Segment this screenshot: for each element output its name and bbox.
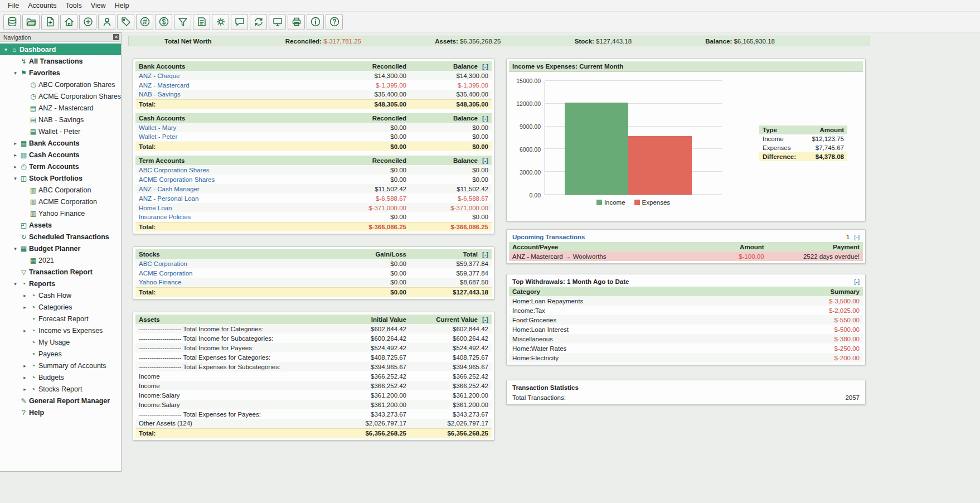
table-row[interactable]: ANZ - Cheque $14,300.00 $14,300.00: [135, 71, 492, 80]
monitor-button[interactable]: [269, 14, 286, 30]
expander-right-icon[interactable]: ▸: [12, 141, 19, 146]
table-row[interactable]: NAB - Savings $35,400.00 $35,400.00: [135, 90, 492, 99]
table-row[interactable]: ABC Corporation Shares $0.00 $0.00: [135, 165, 492, 175]
close-icon[interactable]: ✕: [113, 34, 119, 40]
withdrawal-row[interactable]: Miscellaneous $-380.00: [509, 334, 863, 344]
account-link[interactable]: ANZ - Mastercard: [135, 80, 331, 90]
withdrawal-row[interactable]: Home:Loan Repayments $-3,500.00: [509, 296, 863, 306]
open-button[interactable]: [22, 14, 40, 30]
collapse-link[interactable]: [-]: [482, 316, 488, 323]
help-button[interactable]: [326, 14, 343, 30]
sidebar-item-stocks-report[interactable]: ▸◔Stocks Report: [0, 383, 121, 395]
menu-item[interactable]: File: [3, 1, 23, 11]
sidebar-item-dashboard[interactable]: ▾⌂Dashboard: [0, 43, 121, 55]
filter-button[interactable]: [174, 14, 191, 30]
new-account-button[interactable]: [79, 14, 96, 30]
withdrawal-row[interactable]: Home:Electricity $-200.00: [509, 353, 863, 362]
overdue-transaction-row[interactable]: ANZ - Mastercard → Woolworths $-100.00 2…: [509, 252, 863, 261]
sidebar-item-help[interactable]: ?Help: [0, 407, 121, 418]
stock-link[interactable]: Yahoo Finance: [135, 278, 331, 287]
database-button[interactable]: [3, 14, 21, 30]
collapse-link[interactable]: [-]: [482, 157, 488, 164]
table-row[interactable]: ABC Corporation $0.00 $59,377.84: [135, 259, 492, 268]
account-link[interactable]: Home Loan: [135, 203, 331, 212]
sidebar-item-cash-accounts[interactable]: ▸▥Cash Accounts: [0, 149, 121, 161]
upcoming-title-link[interactable]: Upcoming Transactions: [512, 234, 585, 240]
ledger-button[interactable]: [193, 14, 210, 30]
table-row[interactable]: Wallet - Peter $0.00 $0.00: [135, 132, 492, 142]
table-row[interactable]: Income:Salary $361,200.00 $361,200.00: [135, 390, 492, 400]
sidebar-item-my-usage[interactable]: ◔My Usage: [0, 336, 121, 348]
sidebar-item-general-report-manager[interactable]: ✎General Report Manager: [0, 395, 121, 407]
table-row[interactable]: Income $366,252.42 $366,252.42: [135, 381, 492, 390]
withdrawal-row[interactable]: Food:Groceries $-550.00: [509, 315, 863, 325]
table-row[interactable]: Income:Salary $361,200.00 $361,200.00: [135, 400, 492, 409]
account-link[interactable]: Wallet - Mary: [135, 123, 331, 132]
sidebar-item-term-accounts[interactable]: ▸◷Term Accounts: [0, 161, 121, 172]
collapse-link[interactable]: [-]: [854, 278, 860, 285]
sidebar-item-abc-corporation[interactable]: ▥ABC Corporation: [0, 184, 121, 196]
account-link[interactable]: Insurance Policies: [135, 212, 331, 222]
sidebar-item-all-transactions[interactable]: ↯All Transactions: [0, 55, 121, 67]
print-button[interactable]: [288, 14, 305, 30]
sidebar-item-abc-corporation-shares[interactable]: ◷ABC Corporation Shares: [0, 79, 121, 90]
account-link[interactable]: ANZ - Personal Loan: [135, 194, 331, 203]
account-link[interactable]: ACME Corporation Shares: [135, 175, 331, 184]
table-row[interactable]: -------------------- Total Income for Ca…: [135, 324, 492, 333]
collapse-link[interactable]: [-]: [482, 115, 488, 122]
table-row[interactable]: ANZ - Cash Manager $11,502.42 $11,502.42: [135, 184, 492, 194]
tag-button[interactable]: [117, 14, 134, 30]
expander-right-icon[interactable]: ▸: [21, 293, 28, 298]
new-file-button[interactable]: [41, 14, 59, 30]
settings-button[interactable]: [212, 14, 229, 30]
withdrawal-row[interactable]: Home:Water Rates $-250.00: [509, 344, 863, 353]
home-button[interactable]: [60, 14, 77, 30]
sidebar-item-stock-portfolios[interactable]: ▾◫Stock Portfolios: [0, 172, 121, 184]
table-row[interactable]: Insurance Policies $0.00 $0.00: [135, 212, 492, 222]
account-link[interactable]: ABC Corporation Shares: [135, 165, 331, 175]
table-row[interactable]: ANZ - Personal Loan $-6,588.67 $-6,588.6…: [135, 194, 492, 203]
table-row[interactable]: -------------------- Total Income for Su…: [135, 333, 492, 343]
sidebar-item-payees[interactable]: ◔Payees: [0, 348, 121, 360]
table-row[interactable]: ACME Corporation Shares $0.00 $0.00: [135, 175, 492, 184]
sidebar-item-yahoo-finance[interactable]: ▥Yahoo Finance: [0, 207, 121, 219]
sidebar-item-nab-savings[interactable]: ▤NAB - Savings: [0, 114, 121, 125]
table-row[interactable]: ACME Corporation $0.00 $59,377.84: [135, 268, 492, 278]
sidebar-item-summary-of-accounts[interactable]: ▸◔Summary of Accounts: [0, 360, 121, 371]
expander-down-icon[interactable]: ▾: [12, 246, 19, 252]
expander-right-icon[interactable]: ▸: [21, 375, 28, 380]
table-row[interactable]: Yahoo Finance $0.00 $8,687.50: [135, 278, 492, 287]
sidebar-item-2021[interactable]: ▦2021: [0, 254, 121, 266]
sidebar-item-scheduled-transactions[interactable]: ↻Scheduled Transactions: [0, 231, 121, 243]
account-link[interactable]: NAB - Savings: [135, 90, 331, 99]
collapse-link[interactable]: [-]: [482, 63, 488, 70]
expander-right-icon[interactable]: ▸: [21, 386, 28, 392]
expander-down-icon[interactable]: ▾: [2, 47, 9, 52]
category-button[interactable]: [136, 14, 153, 30]
expander-down-icon[interactable]: ▾: [12, 281, 19, 287]
stock-link[interactable]: ABC Corporation: [135, 259, 331, 268]
table-row[interactable]: Home Loan $-371,000.00 $-371,000.00: [135, 203, 492, 212]
account-link[interactable]: ANZ - Cash Manager: [135, 184, 331, 194]
sidebar-item-anz-mastercard[interactable]: ▤ANZ - Mastercard: [0, 102, 121, 114]
table-row[interactable]: -------------------- Total Income for Pa…: [135, 343, 492, 352]
menu-item[interactable]: View: [86, 1, 110, 11]
sidebar-item-transaction-report[interactable]: ▽Transaction Report: [0, 266, 121, 278]
sidebar-item-income-vs-expenses[interactable]: ▸◔Income vs Expenses: [0, 325, 121, 336]
table-row[interactable]: Other Assets (124) $2,026,797.17 $2,026,…: [135, 419, 492, 428]
info-button[interactable]: [307, 14, 324, 30]
comment-button[interactable]: [231, 14, 248, 30]
table-row[interactable]: -------------------- Total Expenses for …: [135, 362, 492, 371]
collapse-link[interactable]: [-]: [854, 234, 860, 240]
expander-down-icon[interactable]: ▾: [12, 70, 19, 76]
sidebar-item-acme-corporation[interactable]: ▥ACME Corporation: [0, 196, 121, 207]
refresh-button[interactable]: [250, 14, 267, 30]
account-link[interactable]: Wallet - Peter: [135, 132, 331, 142]
sidebar-item-acme-corporation-shares[interactable]: ◷ACME Corporation Shares: [0, 90, 121, 102]
withdrawal-row[interactable]: Income:Tax $-2,025.00: [509, 306, 863, 315]
sidebar-item-categories[interactable]: ▸◔Categories: [0, 301, 121, 313]
table-row[interactable]: -------------------- Total Expenses for …: [135, 409, 492, 419]
payee-button[interactable]: [98, 14, 115, 30]
withdrawal-row[interactable]: Home:Loan Interest $-500.00: [509, 325, 863, 334]
currency-button[interactable]: [155, 14, 172, 30]
